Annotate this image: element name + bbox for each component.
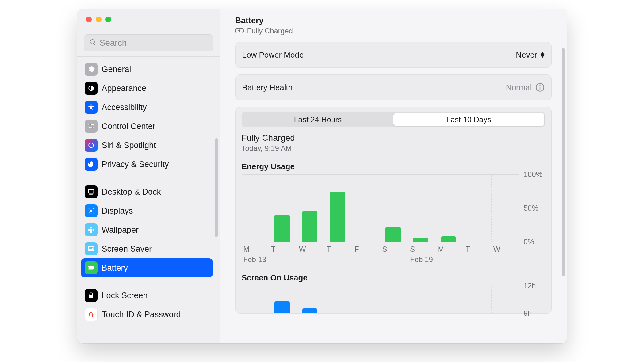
x-tick-label: S	[380, 245, 408, 253]
content: Battery Fully Charged Low Power Mode Nev…	[220, 9, 567, 343]
sidebar-item-displays[interactable]: Displays	[81, 201, 213, 220]
svg-point-20	[90, 231, 92, 233]
sidebar-item-touch-id[interactable]: Touch ID & Password	[81, 305, 213, 324]
date-label	[325, 255, 353, 264]
chart-bar	[330, 192, 345, 242]
settings-window: General Appearance Accessibility	[77, 9, 567, 343]
last-charge-time: Today, 9:19 AM	[242, 144, 545, 153]
svg-rect-27	[89, 295, 93, 298]
chart-bar	[413, 238, 428, 242]
svg-rect-7	[88, 189, 94, 193]
svg-rect-26	[89, 267, 93, 269]
chart-bar	[385, 227, 401, 242]
svg-point-1	[90, 104, 91, 105]
screen-on-usage-title: Screen On Usage	[242, 273, 545, 283]
sidebar-label: Screen Saver	[102, 244, 152, 254]
zoom-window-button[interactable]	[105, 17, 111, 22]
updown-icon	[540, 52, 545, 58]
sidebar-item-screen-saver[interactable]: Screen Saver	[81, 239, 213, 258]
svg-point-4	[89, 124, 91, 125]
sidebar-item-lock-screen[interactable]: Lock Screen	[81, 286, 213, 305]
x-tick-label: S	[408, 245, 436, 253]
sliders-icon	[85, 120, 98, 133]
lock-icon	[85, 289, 98, 302]
x-tick-label: F	[353, 245, 381, 253]
sidebar-label: Lock Screen	[102, 291, 148, 300]
y-tick-label: 100%	[524, 170, 542, 179]
chart-bar	[274, 301, 290, 313]
sidebar-item-battery[interactable]: Battery	[81, 258, 213, 277]
close-window-button[interactable]	[86, 17, 92, 22]
sidebar-label: Siri & Spotlight	[102, 141, 156, 150]
time-range-segment: Last 24 Hours Last 10 Days	[242, 112, 545, 127]
chart-bar	[274, 215, 290, 242]
battery-health-value: Normal	[506, 83, 532, 92]
sidebar-item-control-center[interactable]: Control Center	[81, 117, 213, 136]
search-field[interactable]	[84, 34, 213, 51]
sidebar-label: Desktop & Dock	[102, 187, 161, 197]
date-label	[492, 255, 519, 264]
fingerprint-icon	[85, 308, 98, 321]
low-power-mode-select[interactable]: Never	[516, 50, 544, 60]
charging-icon	[235, 27, 244, 35]
sidebar-label: Battery	[102, 263, 128, 273]
x-tick-label: M	[242, 245, 270, 253]
siri-icon	[85, 139, 98, 152]
x-tick-label: W	[297, 245, 325, 253]
svg-rect-2	[88, 124, 94, 125]
segment-last-24h[interactable]: Last 24 Hours	[243, 113, 393, 126]
svg-line-17	[93, 208, 93, 209]
sidebar-label: General	[102, 65, 131, 74]
hand-icon	[85, 158, 98, 171]
scrollbar-thumb[interactable]	[562, 48, 565, 276]
accessibility-icon	[85, 101, 98, 114]
sidebar-item-wallpaper[interactable]: Wallpaper	[81, 220, 213, 239]
chart-bar	[302, 211, 318, 242]
svg-rect-25	[94, 267, 94, 269]
search-input[interactable]	[100, 38, 209, 48]
chart-bar	[441, 236, 456, 242]
sidebar-item-accessibility[interactable]: Accessibility	[81, 98, 213, 117]
date-label	[464, 255, 492, 264]
svg-line-15	[93, 212, 93, 213]
svg-point-9	[90, 210, 92, 212]
energy-usage-chart: 0%50%100%	[242, 174, 545, 242]
sidebar-list[interactable]: General Appearance Accessibility	[77, 57, 220, 343]
svg-point-22	[92, 229, 94, 231]
sidebar-label: Control Center	[102, 122, 156, 131]
sidebar-item-desktop-dock[interactable]: Desktop & Dock	[81, 182, 213, 201]
sidebar-label: Wallpaper	[102, 225, 139, 235]
info-button[interactable]	[535, 83, 545, 92]
gear-icon	[85, 63, 98, 76]
window-controls	[77, 9, 220, 31]
sidebar-item-general[interactable]: General	[81, 60, 213, 79]
scrollbar-thumb[interactable]	[215, 138, 218, 237]
svg-point-6	[89, 143, 93, 147]
page-title: Battery	[235, 16, 552, 25]
sidebar-label: Accessibility	[102, 103, 147, 112]
screen-on-usage-chart: 9h12h	[242, 286, 545, 313]
date-label	[436, 255, 464, 264]
x-tick-label: T	[325, 245, 353, 253]
segment-last-10d[interactable]: Last 10 Days	[393, 113, 544, 126]
x-tick-label: W	[492, 245, 519, 253]
battery-health-panel: Battery Health Normal	[235, 74, 552, 100]
sidebar-item-privacy[interactable]: Privacy & Security	[81, 155, 213, 174]
date-label: Feb 13	[242, 255, 270, 264]
dock-icon	[85, 185, 98, 198]
minimize-window-button[interactable]	[96, 17, 102, 22]
svg-line-14	[89, 208, 89, 209]
energy-usage-title: Energy Usage	[242, 162, 545, 171]
sidebar-item-siri[interactable]: Siri & Spotlight	[81, 136, 213, 155]
svg-point-32	[540, 86, 540, 86]
sidebar-item-appearance[interactable]: Appearance	[81, 79, 213, 98]
y-tick-label: 50%	[524, 204, 539, 212]
brightness-icon	[85, 204, 98, 217]
sidebar: General Appearance Accessibility	[77, 9, 220, 343]
chart-bar	[302, 308, 318, 313]
date-label	[380, 255, 408, 264]
appearance-icon	[85, 82, 98, 95]
battery-status: Fully Charged	[235, 27, 552, 35]
y-tick-label: 12h	[524, 281, 536, 290]
svg-point-18	[90, 229, 92, 231]
